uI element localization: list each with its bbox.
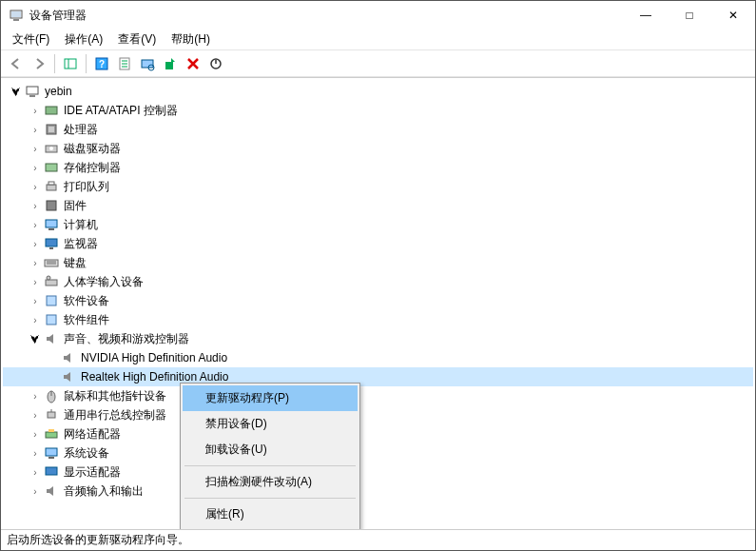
speaker-icon — [60, 369, 77, 384]
cm-disable-device[interactable]: 禁用设备(D) — [183, 411, 358, 437]
expand-icon[interactable]: › — [28, 448, 43, 459]
tree-item-audio-category[interactable]: ⮟声音、视频和游戏控制器 — [3, 329, 753, 348]
expand-icon[interactable]: › — [28, 163, 43, 173]
tree-item-keyboard[interactable]: ›键盘 — [3, 253, 753, 272]
expand-icon[interactable]: › — [28, 258, 43, 268]
monitor-icon — [43, 236, 60, 251]
tree-item-hid[interactable]: ›人体学输入设备 — [3, 272, 753, 291]
show-hide-button[interactable] — [59, 52, 82, 75]
device-tree[interactable]: ⮟ yebin ›IDE ATA/ATAPI 控制器 ›处理器 ›磁盘驱动器 ›… — [1, 77, 755, 529]
speaker-icon — [43, 331, 60, 346]
expand-icon[interactable]: › — [28, 277, 43, 287]
node-label: 打印队列 — [62, 178, 111, 196]
window-controls: — □ ✕ — [624, 1, 755, 30]
printer-icon — [43, 179, 60, 194]
menu-view[interactable]: 查看(V) — [110, 30, 164, 49]
software-icon — [43, 293, 60, 308]
cm-properties[interactable]: 属性(R) — [183, 502, 358, 527]
svg-rect-17 — [46, 107, 57, 114]
svg-rect-25 — [47, 201, 56, 210]
tree-root[interactable]: ⮟ yebin — [3, 82, 753, 101]
expand-icon[interactable]: › — [28, 429, 43, 440]
context-menu: 更新驱动程序(P) 禁用设备(D) 卸载设备(U) 扫描检测硬件改动(A) 属性… — [180, 383, 360, 529]
node-label: NVIDIA High Definition Audio — [79, 350, 229, 365]
expand-icon[interactable]: › — [28, 486, 43, 497]
tree-item-disk[interactable]: ›磁盘驱动器 — [3, 139, 753, 158]
tree-item-audio-io[interactable]: ›音频输入和输出 — [3, 482, 753, 501]
tree-item-storage[interactable]: ›存储控制器 — [3, 158, 753, 177]
speaker-icon — [43, 483, 60, 499]
expand-icon[interactable]: › — [28, 106, 43, 116]
tree-item-cpu[interactable]: ›处理器 — [3, 120, 753, 139]
expand-icon[interactable]: › — [28, 410, 43, 421]
expand-icon[interactable]: › — [28, 239, 43, 249]
node-label: 鼠标和其他指针设备 — [62, 387, 168, 405]
svg-rect-29 — [49, 247, 53, 249]
svg-rect-26 — [46, 220, 57, 227]
minimize-button[interactable]: — — [624, 1, 668, 30]
expand-icon[interactable]: › — [28, 201, 43, 211]
node-label: 系统设备 — [62, 444, 111, 462]
computer-icon — [24, 84, 41, 99]
svg-rect-16 — [29, 95, 35, 97]
tree-item-software-devices[interactable]: ›软件设备 — [3, 291, 753, 310]
cpu-icon — [43, 122, 60, 137]
tree-item-network[interactable]: ›网络适配器 — [3, 424, 753, 443]
toolbar: ? — [1, 50, 755, 77]
cm-scan-hardware[interactable]: 扫描检测硬件改动(A) — [183, 469, 358, 495]
expand-icon[interactable]: › — [28, 220, 43, 230]
expand-icon[interactable]: › — [28, 315, 43, 325]
tree-item-firmware[interactable]: ›固件 — [3, 196, 753, 215]
svg-rect-27 — [48, 228, 54, 230]
node-label: yebin — [43, 84, 74, 99]
expand-icon[interactable]: › — [28, 296, 43, 306]
back-button[interactable] — [5, 52, 28, 75]
system-icon — [43, 445, 60, 461]
firmware-icon — [43, 198, 60, 213]
tree-item-software-components[interactable]: ›软件组件 — [3, 310, 753, 329]
expand-icon[interactable]: ⮟ — [28, 334, 43, 344]
uninstall-button[interactable] — [182, 52, 204, 75]
node-label: 存储控制器 — [62, 159, 123, 177]
tree-item-print-queue[interactable]: ›打印队列 — [3, 177, 753, 196]
tree-item-mouse[interactable]: ›鼠标和其他指针设备 — [3, 386, 753, 405]
maximize-button[interactable]: □ — [668, 1, 711, 30]
tree-item-ide[interactable]: ›IDE ATA/ATAPI 控制器 — [3, 101, 753, 120]
statusbar: 启动所选设备的更新驱动程序向导。 — [1, 529, 755, 550]
node-label: 显示适配器 — [62, 463, 123, 482]
tree-item-realtek-audio[interactable]: Realtek High Definition Audio — [3, 367, 753, 386]
tree-item-usb[interactable]: ›通用串行总线控制器 — [3, 405, 753, 424]
properties-button[interactable] — [113, 52, 136, 75]
expand-icon[interactable]: › — [28, 144, 43, 154]
tree-item-nvidia-audio[interactable]: NVIDIA High Definition Audio — [3, 348, 753, 367]
tree-item-computer[interactable]: ›计算机 — [3, 215, 753, 234]
node-label: 人体学输入设备 — [62, 273, 145, 291]
close-button[interactable]: ✕ — [711, 1, 755, 30]
computer-icon — [43, 217, 60, 232]
expand-icon[interactable]: › — [28, 467, 43, 478]
forward-button[interactable] — [28, 52, 50, 75]
node-label: 处理器 — [62, 121, 100, 139]
tree-item-display[interactable]: ›显示适配器 — [3, 462, 753, 482]
expand-icon[interactable]: › — [28, 182, 43, 192]
tree-item-monitor[interactable]: ›监视器 — [3, 234, 753, 253]
cm-uninstall-device[interactable]: 卸载设备(U) — [183, 437, 358, 462]
tree-item-system[interactable]: ›系统设备 — [3, 443, 753, 462]
svg-rect-41 — [46, 432, 57, 438]
titlebar[interactable]: 设备管理器 — □ ✕ — [1, 1, 755, 30]
expand-icon[interactable]: ⮟ — [9, 87, 24, 97]
menu-help[interactable]: 帮助(H) — [164, 30, 218, 49]
expand-icon[interactable]: › — [28, 391, 43, 402]
scan-hardware-button[interactable] — [136, 52, 159, 75]
node-label: 软件组件 — [62, 311, 111, 329]
network-icon — [43, 426, 60, 442]
expand-icon[interactable]: › — [28, 125, 43, 135]
node-label: 通用串行总线控制器 — [62, 406, 168, 424]
disable-button[interactable] — [204, 52, 227, 75]
status-text: 启动所选设备的更新驱动程序向导。 — [7, 532, 189, 548]
menu-file[interactable]: 文件(F) — [5, 30, 57, 49]
menu-action[interactable]: 操作(A) — [57, 30, 110, 49]
update-driver-button[interactable] — [159, 52, 182, 75]
cm-update-driver[interactable]: 更新驱动程序(P) — [183, 385, 358, 411]
help-button[interactable]: ? — [90, 52, 113, 75]
